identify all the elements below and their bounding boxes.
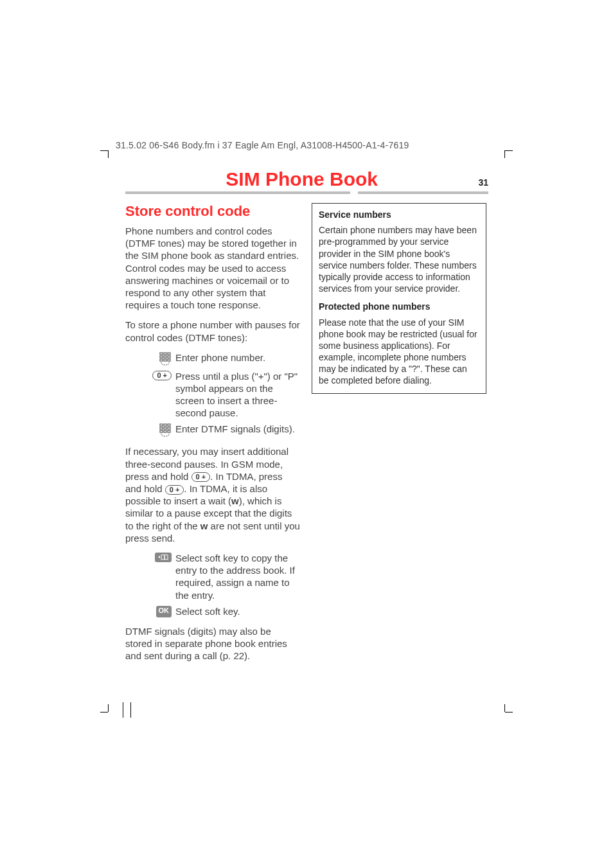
addressbook-softkey-icon: [151, 552, 175, 601]
box-heading: Protected phone numbers: [319, 301, 479, 312]
svg-rect-0: [160, 353, 163, 355]
page-number: 31: [478, 177, 488, 188]
box-paragraph: Please note that the use of your SIM pho…: [319, 317, 479, 387]
box-heading: Service numbers: [319, 209, 479, 220]
paragraph: To store a phone number with pauses for …: [125, 319, 300, 343]
svg-rect-5: [168, 356, 170, 358]
box-paragraph: Certain phone numbers may have been pre-…: [319, 224, 479, 294]
svg-rect-16: [164, 430, 166, 432]
svg-rect-17: [168, 430, 170, 432]
page-content: SIM Phone Book 31 Store control code Pho…: [125, 168, 488, 669]
step-text: Select soft key.: [175, 605, 300, 617]
step-text: Enter phone number.: [175, 351, 300, 366]
svg-rect-6: [160, 359, 163, 361]
svg-rect-3: [160, 356, 163, 358]
zero-plus-key-icon: 0 +: [191, 472, 211, 482]
svg-rect-13: [164, 427, 166, 429]
svg-rect-14: [168, 427, 170, 429]
zero-plus-key-icon: 0 +: [165, 485, 184, 495]
step-text: Press until a plus ("+") or "P" symbol a…: [175, 370, 300, 420]
svg-rect-8: [168, 359, 170, 361]
step-text: Enter DTMF signals (digits).: [175, 423, 300, 438]
ok-softkey-icon: OK: [151, 605, 175, 617]
svg-rect-10: [164, 424, 166, 426]
section-heading: Store control code: [125, 203, 300, 220]
page-title: SIM Phone Book: [125, 168, 478, 190]
svg-rect-2: [168, 353, 170, 355]
info-box: Service numbers Certain phone numbers ma…: [312, 203, 486, 394]
svg-rect-12: [160, 427, 163, 429]
paragraph: Phone numbers and control codes (DTMF to…: [125, 225, 300, 311]
svg-rect-4: [164, 356, 166, 358]
keypad-icon: [151, 351, 175, 366]
paragraph: If necessary, you may insert additional …: [125, 445, 300, 544]
step-text: Select soft key to copy the entry to the…: [175, 552, 300, 601]
svg-rect-7: [164, 359, 166, 361]
svg-rect-9: [160, 424, 163, 426]
paragraph: DTMF signals (digits) may also be stored…: [125, 625, 300, 662]
zero-plus-key-icon: 0 +: [151, 370, 175, 420]
svg-rect-15: [160, 430, 163, 432]
keypad-icon: [151, 423, 175, 438]
svg-rect-11: [168, 424, 170, 426]
svg-rect-1: [164, 353, 166, 355]
title-underline: [125, 191, 488, 194]
document-header: 31.5.02 06-S46 Body.fm i 37 Eagle Am Eng…: [116, 140, 409, 150]
